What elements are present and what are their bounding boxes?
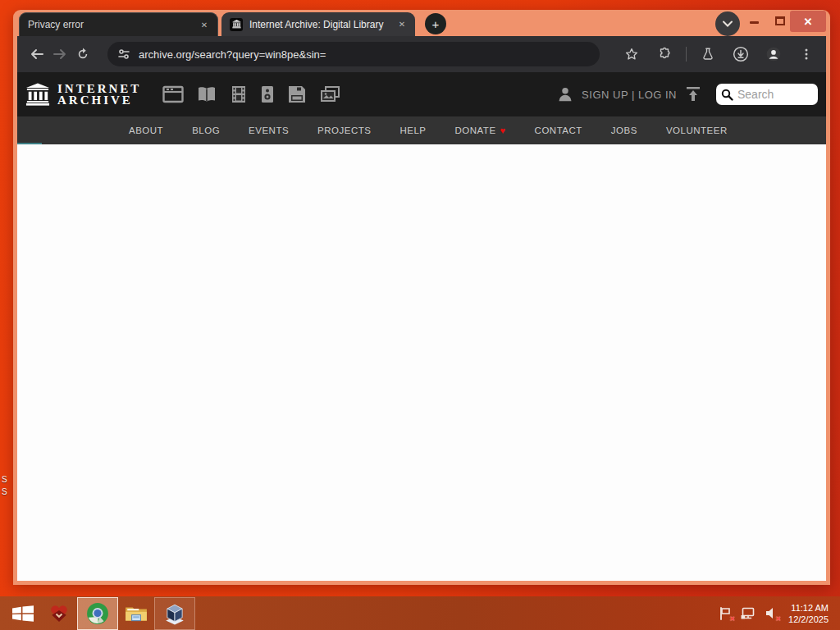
search-icon [721,89,733,101]
nav-item-jobs[interactable]: JOBS [611,126,637,135]
red-app-icon [48,602,71,625]
nav-item-about[interactable]: ABOUT [129,126,163,135]
video-icon[interactable] [230,85,248,103]
nav-item-donate[interactable]: DONATE ♥ [455,126,506,135]
nav-item-help[interactable]: HELP [399,126,426,135]
archive-wordmark[interactable]: INTERNET ARCHIVE [57,83,141,106]
heart-icon: ♥ [500,126,506,135]
archive-favicon-icon [230,18,243,31]
toolbar-separator [686,47,687,62]
tab-close-icon[interactable]: ✕ [198,18,211,31]
window-close-button[interactable]: ✕ [790,11,826,32]
clock-date: 12/2/2025 [788,614,829,625]
file-explorer-icon [125,605,148,623]
signup-login-link[interactable]: SIGN UP | LOG IN [582,89,677,101]
avatar-icon [765,46,782,62]
virtualbox-icon [163,602,186,625]
nav-item-volunteer[interactable]: VOLUNTEER [666,126,728,135]
desktop-icon-label-fragment: S [2,475,7,484]
nav-item-blog[interactable]: BLOG [192,126,220,135]
windows-logo-icon [12,605,34,622]
network-button[interactable] [741,606,756,621]
nav-label: CONTACT [535,126,582,135]
web-icon[interactable] [162,85,184,103]
clock-time: 11:12 AM [788,602,829,614]
archive-nav: ABOUT BLOG EVENTS PROJECTS HELP DONATE ♥… [17,116,826,144]
texts-icon[interactable] [196,85,217,103]
network-monitor-icon [741,607,756,620]
search-input[interactable] [737,88,808,101]
action-center-button[interactable]: ✕ [718,606,733,621]
tab-internet-archive[interactable]: Internet Archive: Digital Library ✕ [221,12,415,36]
back-button[interactable] [25,43,48,66]
labs-button[interactable] [696,43,719,66]
nav-label: HELP [399,126,426,135]
person-icon [557,86,573,103]
downloads-button[interactable] [729,43,752,66]
chevron-down-icon [723,21,733,27]
audio-icon[interactable] [260,85,275,103]
tab-close-icon[interactable]: ✕ [395,18,409,31]
header-account-area: SIGN UP | LOG IN [557,84,818,105]
nav-item-events[interactable]: EVENTS [249,126,289,135]
tab-strip: Privacy error ✕ Internet Archive: Digita… [17,10,826,36]
software-icon[interactable] [287,85,307,103]
browser-window: Privacy error ✕ Internet Archive: Digita… [13,10,830,585]
toolbar-actions [620,43,818,66]
nav-label: PROJECTS [317,126,371,135]
kebab-menu-icon [800,48,813,61]
nav-label: VOLUNTEER [666,126,728,135]
browser-menu-button[interactable] [795,43,818,66]
media-type-bar [162,85,340,103]
desktop-icon-label-fragment: S [2,487,7,496]
taskbar: ✕ ✕ 11:12 AM 12/2/2025 [0,596,840,630]
file-explorer-button[interactable] [118,597,154,630]
archive-header: INTERNET ARCHIVE [17,72,826,116]
site-info-tune-icon[interactable] [117,48,130,61]
nav-label: BLOG [192,126,220,135]
close-icon: ✕ [804,16,813,28]
url-bar[interactable]: archive.org/search?query=win8pe&sin= [107,42,600,66]
system-tray: ✕ ✕ [718,606,778,621]
taskbar-clock[interactable]: 11:12 AM 12/2/2025 [788,602,829,625]
maximize-button[interactable] [775,16,785,25]
upload-icon[interactable] [685,87,701,102]
nav-label: ABOUT [129,126,163,135]
mute-badge-icon: ✕ [775,615,781,623]
wordmark-line2: ARCHIVE [57,94,141,106]
start-button[interactable] [5,597,41,630]
page-content: INTERNET ARCHIVE [17,72,826,581]
red-app-button[interactable] [41,597,77,630]
forward-arrow-icon [52,47,67,62]
puzzle-icon [657,47,672,62]
plus-icon: + [432,17,440,31]
volume-button[interactable]: ✕ [764,606,778,621]
flask-icon [701,47,715,62]
forward-button[interactable] [48,43,71,66]
nav-focus-sliver [17,143,42,144]
virtualbox-button[interactable] [154,597,195,630]
extensions-button[interactable] [653,43,676,66]
profile-button[interactable] [762,43,785,66]
chrome-taskbar-button[interactable] [77,597,118,630]
url-text[interactable]: archive.org/search?query=win8pe&sin= [139,48,326,61]
reload-icon [75,47,90,62]
bookmark-star-button[interactable] [620,43,643,66]
wordmark-line1: INTERNET [57,83,141,94]
archive-search-box[interactable] [716,84,818,105]
images-icon[interactable] [319,85,340,103]
error-badge-icon: ✕ [729,615,735,623]
tab-search-button[interactable] [715,11,740,36]
reload-button[interactable] [71,43,94,66]
tab-privacy-error[interactable]: Privacy error ✕ [19,12,218,36]
tab-title: Privacy error [28,19,193,30]
minimize-button[interactable] [750,21,759,24]
nav-item-contact[interactable]: CONTACT [535,126,582,135]
back-arrow-icon [30,47,44,62]
internet-archive-logo-icon[interactable] [25,83,50,107]
new-tab-button[interactable]: + [425,13,446,34]
nav-label: EVENTS [249,126,289,135]
nav-item-projects[interactable]: PROJECTS [317,126,371,135]
nav-label: DONATE [455,126,496,135]
chrome-browser-icon [86,602,109,625]
